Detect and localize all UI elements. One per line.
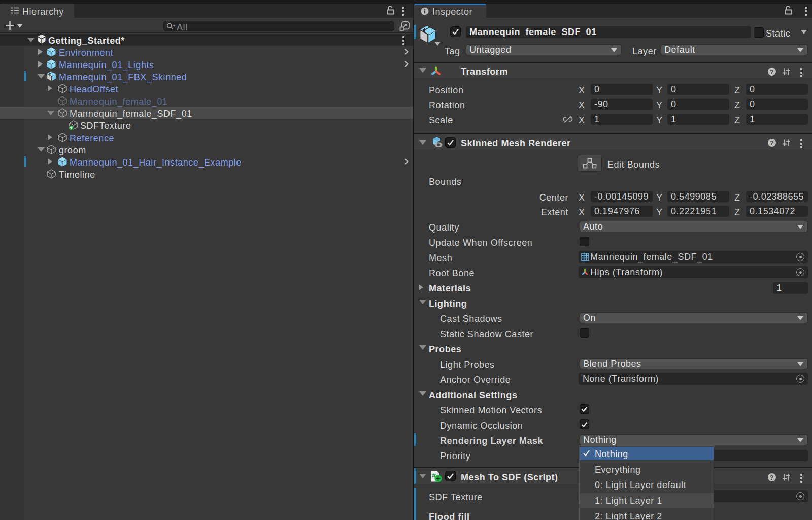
svg-text:?: ? xyxy=(770,474,774,481)
svg-text:?: ? xyxy=(770,69,774,76)
svg-text:?: ? xyxy=(770,140,774,147)
